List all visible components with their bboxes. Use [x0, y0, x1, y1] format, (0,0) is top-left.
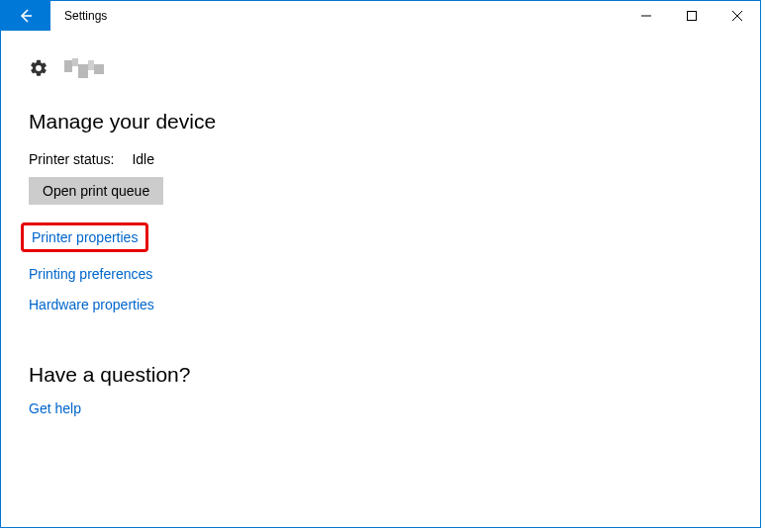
printer-status-line: Printer status:Idle: [29, 151, 732, 167]
open-print-queue-button[interactable]: Open print queue: [29, 177, 163, 205]
back-arrow-icon: [17, 7, 35, 25]
printer-properties-link[interactable]: Printer properties: [32, 230, 138, 244]
content-area: Manage your device Printer status:Idle O…: [1, 31, 760, 451]
titlebar-spacer: [107, 1, 623, 31]
printer-header-row: [29, 58, 732, 78]
svg-rect-2: [688, 12, 697, 21]
titlebar: Settings: [1, 1, 760, 31]
manage-device-heading: Manage your device: [29, 110, 732, 133]
hardware-properties-link[interactable]: Hardware properties: [29, 298, 154, 311]
back-button[interactable]: [1, 1, 50, 31]
get-help-link[interactable]: Get help: [29, 401, 81, 415]
gear-icon: [29, 58, 48, 78]
have-a-question-heading: Have a question?: [29, 363, 732, 387]
minimize-button[interactable]: [623, 1, 669, 31]
close-icon: [732, 11, 742, 21]
close-button[interactable]: [715, 1, 760, 31]
printer-properties-highlight: Printer properties: [21, 222, 148, 252]
printer-status-value: Idle: [132, 151, 154, 167]
maximize-icon: [687, 11, 697, 21]
settings-window: Settings: [0, 0, 761, 528]
window-title: Settings: [50, 1, 107, 31]
printer-name-redacted: [64, 58, 106, 78]
window-controls: [623, 1, 760, 31]
maximize-button[interactable]: [669, 1, 715, 31]
printing-preferences-link[interactable]: Printing preferences: [29, 267, 152, 281]
minimize-icon: [641, 11, 651, 21]
printer-status-label: Printer status:: [29, 151, 114, 167]
